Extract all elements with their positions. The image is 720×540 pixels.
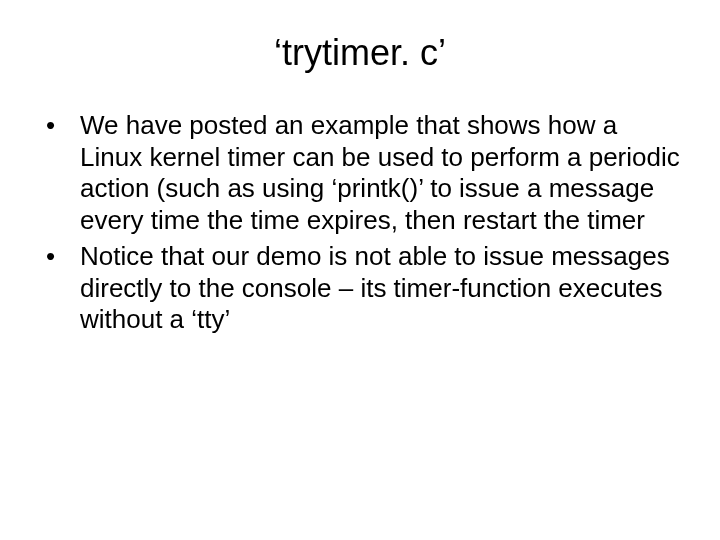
bullet-list: We have posted an example that shows how…: [40, 110, 680, 336]
slide-title: ‘trytimer. c’: [40, 32, 680, 74]
list-item: Notice that our demo is not able to issu…: [40, 241, 680, 336]
slide-body: We have posted an example that shows how…: [40, 110, 680, 336]
list-item: We have posted an example that shows how…: [40, 110, 680, 237]
slide: ‘trytimer. c’ We have posted an example …: [0, 0, 720, 540]
